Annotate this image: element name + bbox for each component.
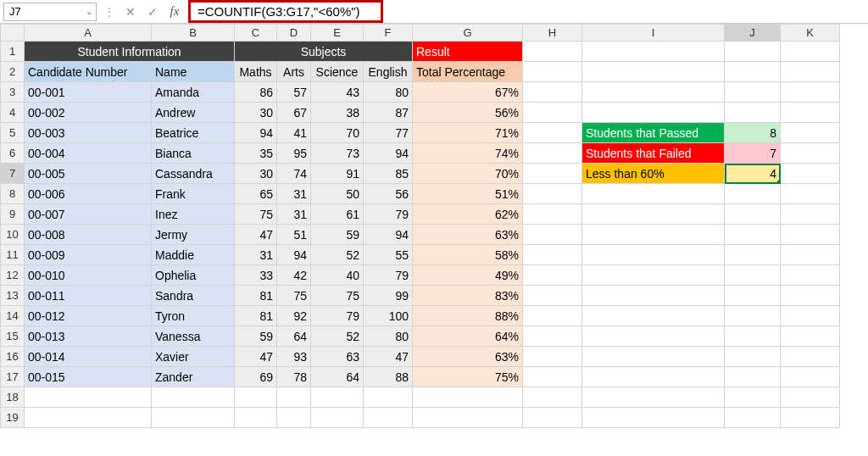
cell[interactable] [582,245,725,265]
failed-value[interactable]: 7 [725,143,781,164]
row-header[interactable]: 15 [1,326,25,347]
cell-maths[interactable]: 69 [235,367,277,387]
cancel-icon[interactable]: ✕ [122,5,139,19]
cell-pct[interactable]: 67% [413,82,523,103]
cell[interactable] [781,245,840,265]
header-maths[interactable]: Maths [235,62,277,82]
cell-science[interactable]: 52 [311,326,364,347]
name-box[interactable]: J7 ⌄ [3,3,97,21]
cell-maths[interactable]: 47 [235,225,277,245]
cell[interactable] [781,103,840,123]
cell-pct[interactable]: 56% [413,103,523,123]
cell[interactable] [781,42,840,62]
cell[interactable] [523,184,582,204]
cell-english[interactable]: 80 [364,82,413,103]
cell-name[interactable]: Cassandra [152,164,235,184]
cell-pct[interactable]: 83% [413,286,523,306]
cell-id[interactable]: 00-006 [25,184,152,204]
cell[interactable] [582,286,725,306]
cell[interactable] [582,347,725,367]
cell-science[interactable]: 50 [311,184,364,204]
row-header[interactable]: 6 [1,143,25,164]
formula-input[interactable]: =COUNTIF(G3:G17,"<60%") [188,0,383,23]
cell[interactable] [781,123,840,143]
cell-science[interactable]: 73 [311,143,364,164]
cell-pct[interactable]: 74% [413,143,523,164]
cell-arts[interactable]: 94 [277,245,311,265]
cell-pct[interactable]: 75% [413,367,523,387]
cell-english[interactable]: 88 [364,367,413,387]
cell-science[interactable]: 75 [311,286,364,306]
row-header[interactable]: 11 [1,245,25,265]
row-header[interactable]: 14 [1,306,25,326]
cell-maths[interactable]: 31 [235,245,277,265]
cell[interactable] [781,286,840,306]
col-header-D[interactable]: D [277,25,311,42]
confirm-icon[interactable]: ✓ [144,5,161,19]
cell[interactable] [582,326,725,347]
cell[interactable] [25,408,152,428]
cell[interactable] [781,265,840,286]
cell[interactable] [725,184,781,204]
cell-english[interactable]: 100 [364,306,413,326]
cell[interactable] [725,265,781,286]
cell-arts[interactable]: 74 [277,164,311,184]
failed-label[interactable]: Students that Failed [582,143,725,164]
cell[interactable] [523,143,582,164]
cell[interactable] [152,408,235,428]
cell[interactable] [582,265,725,286]
cell[interactable] [25,387,152,408]
cell[interactable] [523,387,582,408]
cell[interactable] [781,306,840,326]
header-candidate-number[interactable]: Candidate Number [25,62,152,82]
cell-arts[interactable]: 51 [277,225,311,245]
cell-science[interactable]: 40 [311,265,364,286]
cell-english[interactable]: 56 [364,184,413,204]
cell[interactable] [781,143,840,164]
cell-arts[interactable]: 64 [277,326,311,347]
cell[interactable] [582,62,725,82]
cell[interactable] [781,225,840,245]
lt60-label[interactable]: Less than 60% [582,164,725,184]
cell-pct[interactable]: 49% [413,265,523,286]
row-header[interactable]: 9 [1,204,25,225]
cell-name[interactable]: Sandra [152,286,235,306]
col-header-H[interactable]: H [523,25,582,42]
cell[interactable] [781,347,840,367]
cell-science[interactable]: 91 [311,164,364,184]
cell[interactable] [523,103,582,123]
cell[interactable] [582,42,725,62]
row-header[interactable]: 16 [1,347,25,367]
cell-english[interactable]: 77 [364,123,413,143]
cell-english[interactable]: 79 [364,265,413,286]
cell-english[interactable]: 47 [364,347,413,367]
cell-pct[interactable]: 71% [413,123,523,143]
cell-name[interactable]: Zander [152,367,235,387]
cell[interactable] [523,367,582,387]
cell[interactable] [582,184,725,204]
cell-pct[interactable]: 51% [413,184,523,204]
cell[interactable] [523,82,582,103]
row-header[interactable]: 10 [1,225,25,245]
cell-name[interactable]: Amanda [152,82,235,103]
cell-arts[interactable]: 41 [277,123,311,143]
cell-maths[interactable]: 94 [235,123,277,143]
cell[interactable] [523,347,582,367]
cell-id[interactable]: 00-007 [25,204,152,225]
cell[interactable] [582,103,725,123]
cell-arts[interactable]: 75 [277,286,311,306]
cell-name[interactable]: Tyron [152,306,235,326]
cell-science[interactable]: 61 [311,204,364,225]
cell-arts[interactable]: 57 [277,82,311,103]
row-header[interactable]: 5 [1,123,25,143]
cell[interactable] [582,225,725,245]
cell-maths[interactable]: 30 [235,103,277,123]
cell[interactable] [523,326,582,347]
cell[interactable] [523,245,582,265]
cell-maths[interactable]: 81 [235,306,277,326]
cell[interactable] [725,306,781,326]
cell[interactable] [413,408,523,428]
row-header[interactable]: 13 [1,286,25,306]
cell[interactable] [582,204,725,225]
cell-science[interactable]: 52 [311,245,364,265]
